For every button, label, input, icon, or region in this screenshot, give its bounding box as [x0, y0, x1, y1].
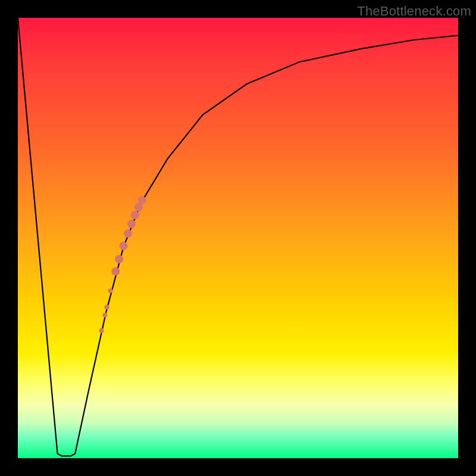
data-marker: [105, 305, 109, 309]
data-marker: [103, 313, 108, 318]
data-marker: [131, 211, 139, 220]
plot-area: [18, 18, 458, 458]
data-marker: [108, 289, 112, 293]
data-marker: [115, 255, 123, 264]
data-marker: [124, 230, 132, 238]
watermark-text: TheBottleneck.com: [357, 4, 471, 19]
data-marker: [111, 267, 120, 275]
data-marker: [99, 328, 104, 333]
bottleneck-curve: [18, 18, 458, 456]
data-marker: [120, 242, 128, 250]
data-marker: [127, 220, 136, 228]
data-marker: [138, 196, 146, 204]
chart-frame: TheBottleneck.com: [0, 0, 476, 476]
chart-svg: [18, 18, 458, 458]
